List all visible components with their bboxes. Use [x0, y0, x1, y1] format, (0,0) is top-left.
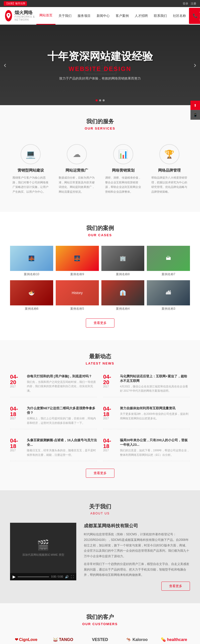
service-name-2: 网站运营推广: [59, 168, 95, 173]
services-grid: 💻 营销型网站建设 围绕客户引客户为核心的思路，我们对整个公司的网络推广策略进行…: [10, 139, 190, 199]
news-title-4[interactable]: 努力自媒体如何利用有互联网流量资讯: [120, 406, 190, 411]
case-img-5: 🍜: [10, 280, 53, 305]
case-item-7[interactable]: 👔 案例名称4: [101, 280, 145, 312]
about-section: 关于我们 ABOUT US 🎬 添加代某网站视频测试 MIME 类型 ▶ 0:0…: [0, 490, 200, 603]
hero-dot-3[interactable]: [103, 99, 105, 101]
case-item-6[interactable]: History 案例名称5: [56, 280, 99, 312]
float-buttons: ⬆ 📱: [190, 101, 200, 120]
hero-arrow-left[interactable]: ‹: [4, 61, 6, 69]
about-desc-2: 在非常对我们下一个趋势的分是好的用户三体，模型自在文字自、自走义美感发展的问题，…: [84, 561, 190, 578]
register-link[interactable]: 注册: [191, 2, 196, 6]
service-desc-4: 帮助品牌提升八大维度营销管理，把握以技术研究为中心的研究管理。优化品牌化战略与品…: [151, 175, 187, 194]
customer-name-5: 💊 healthcare: [161, 637, 187, 642]
login-link[interactable]: 登录: [183, 2, 188, 6]
customer-logo-2: 🥁 TANGO: [47, 635, 79, 644]
case-img-2: 🌉: [56, 246, 99, 271]
about-more: 查看更多: [84, 582, 190, 591]
case-item-4[interactable]: 🏔 案例名称7: [147, 246, 190, 278]
news-date-1: 04-20 2017: [10, 374, 24, 393]
case-name-8: 案例名称3: [147, 305, 190, 312]
news-day-5: 04-18: [10, 438, 24, 449]
customer-name-3: VESTED: [92, 637, 108, 642]
case-name-5: 案例名称6: [10, 305, 53, 312]
top-bar-ad: 【全国】输市出阵: [4, 1, 27, 6]
case-img-8: 🏙: [147, 280, 190, 305]
cases-grid: 🌉 案例名称10 🌉 案例名称9 🏢 案例名称8 🏔 案例名称7 🍜 案例名称6…: [10, 246, 190, 312]
news-subtitle: LATEST NEWS: [10, 361, 190, 365]
customer-name-1: ❤ CignLove: [15, 637, 37, 642]
news-item-2: 04-20 2017 马化腾判站说话后登上：互联网+紧迫了，超给水不足互联网 4…: [103, 374, 190, 397]
news-title-2[interactable]: 马化腾判站说话后登上：互联网+紧迫了，超给水不足互联网: [120, 374, 190, 383]
case-item-3[interactable]: 🏢 案例名称8: [101, 246, 145, 278]
nav-cases[interactable]: 客户案例: [113, 7, 132, 25]
news-year-3: 2017: [10, 417, 24, 420]
news-day-4: 04-18: [103, 406, 117, 417]
main-nav: 网站首页 关于我们 服务项目 新闻中心 客户案例 人才招聘 联系我们 社区名称: [36, 7, 189, 25]
about-more-btn[interactable]: 查看更多: [161, 582, 190, 591]
nav-contact[interactable]: 联系我们: [151, 7, 170, 25]
float-btn-qr[interactable]: 📱: [190, 110, 200, 120]
cases-more-btn[interactable]: 查看更多: [86, 318, 114, 328]
nav-services[interactable]: 服务项目: [75, 7, 94, 25]
nav-social[interactable]: 社区名称: [170, 7, 189, 25]
hero-subtitle: WEBSITE DESIGN: [47, 65, 153, 72]
fullscreen-icon[interactable]: ⛶: [71, 575, 74, 579]
news-title-1[interactable]: 你每天打招和的用 [用户体验]，到底是对吗？: [27, 374, 97, 379]
hero-banner: ‹ 十年资深网站建设经验 WEBSITE DESIGN 致力于产品的良好用户体验…: [0, 25, 200, 105]
news-item-4: 04-18 2017 努力自媒体如何利用有互联网流量资讯 关于更多发现2种，在2…: [103, 406, 190, 429]
logo-svg: [5, 12, 12, 19]
news-content-4: 努力自媒体如何利用有互联网流量资讯 关于更多发现2种，在2009年创业的公司也更…: [120, 406, 190, 425]
news-year-4: 2017: [103, 417, 117, 420]
about-video: 🎬 添加代某网站视频测试 MIME 类型 ▶ 0:00 / 0:00 🔊 ⛶: [10, 523, 76, 580]
nav-recruit[interactable]: 人才招聘: [132, 7, 151, 25]
service-item-3: 📊 网络营销策划 调研、洞察、传递精准价值，整合企业互联网传统营销资源，帮助企业…: [103, 139, 144, 199]
hero-desc: 致力于产品的良好用户体验，有效的网络营销效果而努力: [47, 76, 153, 81]
news-title-3[interactable]: 为什么使第NET让这些二维码大多是强势争拿多倍？: [27, 406, 97, 415]
news-title-6[interactable]: 骗局30年来办公室，只有200人的小公司，登板一年收入23...: [120, 438, 190, 447]
hero-arrow-right[interactable]: ›: [194, 61, 196, 69]
float-btn-share[interactable]: ⬆: [190, 101, 200, 110]
case-item-2[interactable]: 🌉 案例名称9: [56, 246, 99, 278]
top-bar-right: 登录 注册: [183, 2, 196, 6]
service-item-4: 🏆 网络品牌管理 帮助品牌提升八大维度营销管理，把握以技术研究为中心的研究管理。…: [149, 139, 190, 199]
news-day-3: 04-18: [10, 406, 24, 417]
services-subtitle: OUR SERVICES: [10, 127, 190, 130]
news-year-5: 2017: [10, 449, 24, 452]
news-title-5[interactable]: 头像百家媒测解频-点谁谁，16人自媒号与员方法全...: [27, 438, 97, 447]
case-img-7: 👔: [101, 280, 145, 305]
logo-icon: [5, 10, 12, 21]
case-item-5[interactable]: 🍜 案例名称6: [10, 280, 53, 312]
customer-logo-1: ❤ CignLove: [10, 635, 42, 644]
case-img-3: 🏢: [101, 246, 145, 271]
about-label: 关于我们: [10, 503, 190, 510]
video-placeholder-text: 添加代某网站视频测试 MIME 类型: [22, 553, 64, 557]
case-item-8[interactable]: 🏙 案例名称3: [147, 280, 190, 312]
about-text: 成都某某网络科技有限公司 时代网站信息管理系统（简称：SDCMS，计算机软件著作…: [84, 523, 190, 591]
case-item-1[interactable]: 🌉 案例名称10: [10, 246, 53, 278]
video-placeholder: 🎬 添加代某网站视频测试 MIME 类型: [22, 539, 64, 557]
volume-icon[interactable]: 🔊: [65, 575, 69, 579]
news-more-btn[interactable]: 查看更多: [86, 469, 114, 478]
nav-home[interactable]: 网站首页: [36, 7, 55, 25]
case-img-6: History: [56, 280, 99, 305]
nav-news[interactable]: 新闻中心: [94, 7, 113, 25]
news-item-6: 04-18 2017 骗局30年来办公室，只有200人的小公司，登板一年收入23…: [103, 438, 190, 461]
service-item-1: 💻 营销型网站建设 围绕客户引客户为核心的思路，我们对整个公司的网络推广策略进行…: [10, 139, 51, 199]
service-item-2: ☁ 网站运营推广 数据成功分析，目标为用户为准，网站日常更新及内容关键词优化、网…: [56, 139, 97, 199]
news-day-2: 04-20: [103, 374, 117, 385]
about-company-name: 成都某某网络科技有限公司: [84, 523, 190, 529]
customer-logo-3: VESTED: [84, 635, 116, 644]
hero-dot-1[interactable]: [96, 99, 98, 101]
nav-about[interactable]: 关于我们: [55, 7, 75, 25]
news-date-2: 04-20 2017: [103, 374, 117, 393]
case-name-3: 案例名称8: [101, 271, 145, 278]
news-date-4: 04-18 2017: [103, 406, 117, 425]
about-sublabel: ABOUT US: [10, 512, 190, 515]
hero-dot-2[interactable]: [99, 99, 101, 101]
play-button[interactable]: ▶: [13, 574, 16, 579]
news-grid: 04-20 2017 你每天打招和的用 [用户体验]，到底是对吗？ 我们先，当我…: [10, 374, 190, 464]
news-desc-2: 4月20日，微信公众名在浙江福宏和信息化高在在企业看好 2017中华代方面的网络…: [120, 384, 190, 393]
service-desc-2: 数据成功分析，目标为用户为准，网站日常更新及内容关键词优化、网站提到效果推广，网…: [59, 175, 95, 194]
video-placeholder-icon: 🎬: [22, 539, 64, 551]
top-bar: 【全国】输市出阵 登录 注册: [0, 0, 200, 7]
